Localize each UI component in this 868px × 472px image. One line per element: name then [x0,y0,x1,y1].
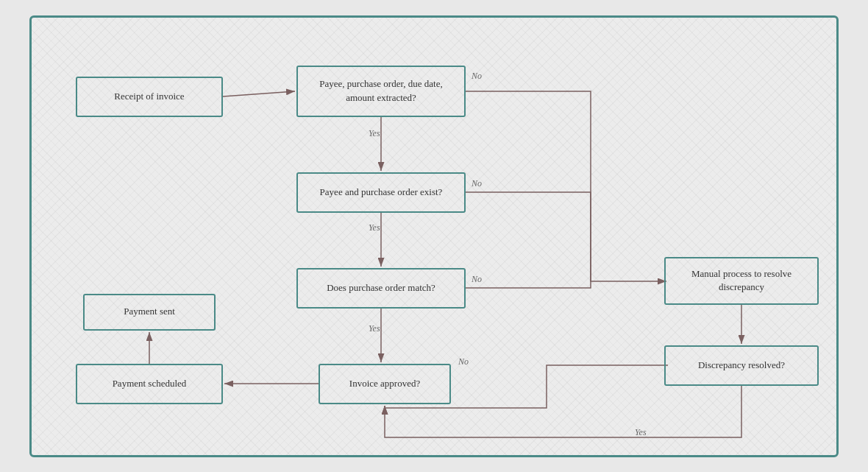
receipt-box: Receipt of invoice [76,77,223,117]
label-yes-4: Yes [635,427,647,438]
discrepancy-box: Discrepancy resolved? [664,345,819,386]
extract-label: Payee, purchase order, due date, amount … [307,77,455,104]
approved-label: Invoice approved? [349,377,420,390]
svg-line-2 [223,91,295,96]
label-yes-3: Yes [369,323,380,334]
discrepancy-label: Discrepancy resolved? [698,359,785,372]
label-no-3: No [472,274,482,285]
exist-box: Payee and purchase order exist? [296,172,466,213]
label-yes-1: Yes [369,128,380,139]
label-yes-2: Yes [369,222,380,233]
scheduled-box: Payment scheduled [76,364,223,404]
label-no-1: No [472,71,482,82]
sent-label: Payment sent [124,305,175,318]
label-no-4: No [458,356,469,367]
approved-box: Invoice approved? [319,364,451,404]
scheduled-label: Payment scheduled [113,377,187,390]
flowchart: Receipt of invoice Payee, purchase order… [32,18,836,455]
receipt-label: Receipt of invoice [114,90,184,103]
match-label: Does purchase order match? [327,281,435,295]
exist-label: Payee and purchase order exist? [320,186,443,199]
extract-box: Payee, purchase order, due date, amount … [296,66,466,117]
match-box: Does purchase order match? [296,268,466,309]
label-no-2: No [472,178,482,189]
diagram-container: Receipt of invoice Payee, purchase order… [29,15,839,457]
manual-box: Manual process to resolve discrepancy [664,257,819,305]
sent-box: Payment sent [83,294,216,331]
manual-label: Manual process to resolve discrepancy [675,267,808,294]
